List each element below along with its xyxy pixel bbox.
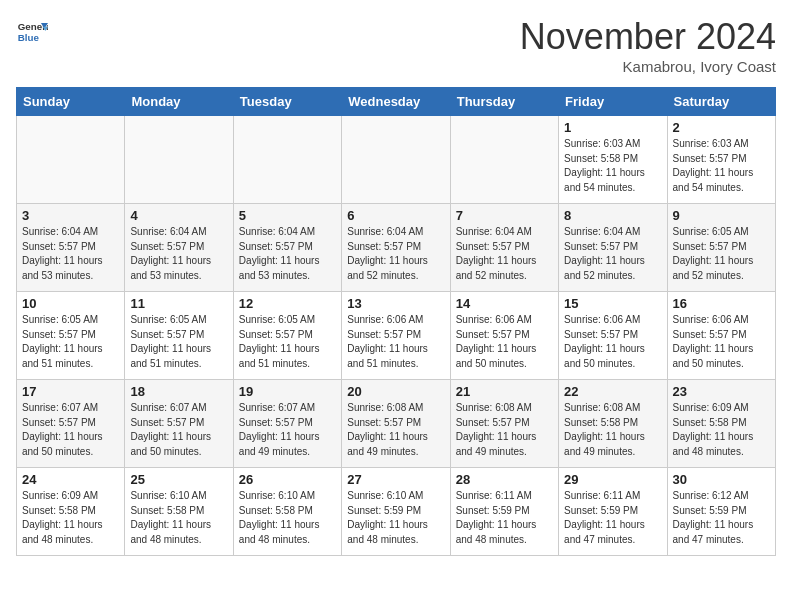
day-info: Sunrise: 6:05 AM Sunset: 5:57 PM Dayligh… (130, 313, 227, 371)
calendar-week-4: 17Sunrise: 6:07 AM Sunset: 5:57 PM Dayli… (17, 380, 776, 468)
day-number: 11 (130, 296, 227, 311)
day-number: 6 (347, 208, 444, 223)
weekday-header-sunday: Sunday (17, 88, 125, 116)
day-info: Sunrise: 6:08 AM Sunset: 5:57 PM Dayligh… (456, 401, 553, 459)
day-info: Sunrise: 6:08 AM Sunset: 5:57 PM Dayligh… (347, 401, 444, 459)
calendar-cell: 17Sunrise: 6:07 AM Sunset: 5:57 PM Dayli… (17, 380, 125, 468)
calendar-cell: 4Sunrise: 6:04 AM Sunset: 5:57 PM Daylig… (125, 204, 233, 292)
calendar-cell: 5Sunrise: 6:04 AM Sunset: 5:57 PM Daylig… (233, 204, 341, 292)
calendar-cell: 10Sunrise: 6:05 AM Sunset: 5:57 PM Dayli… (17, 292, 125, 380)
day-number: 13 (347, 296, 444, 311)
day-number: 9 (673, 208, 770, 223)
calendar-cell: 12Sunrise: 6:05 AM Sunset: 5:57 PM Dayli… (233, 292, 341, 380)
day-number: 29 (564, 472, 661, 487)
day-number: 4 (130, 208, 227, 223)
month-title: November 2024 (520, 16, 776, 58)
day-number: 25 (130, 472, 227, 487)
logo-icon: General Blue (16, 16, 48, 48)
day-number: 20 (347, 384, 444, 399)
day-info: Sunrise: 6:09 AM Sunset: 5:58 PM Dayligh… (673, 401, 770, 459)
day-number: 26 (239, 472, 336, 487)
calendar-cell: 8Sunrise: 6:04 AM Sunset: 5:57 PM Daylig… (559, 204, 667, 292)
day-number: 24 (22, 472, 119, 487)
calendar-cell: 28Sunrise: 6:11 AM Sunset: 5:59 PM Dayli… (450, 468, 558, 556)
day-number: 18 (130, 384, 227, 399)
calendar-cell: 3Sunrise: 6:04 AM Sunset: 5:57 PM Daylig… (17, 204, 125, 292)
day-number: 28 (456, 472, 553, 487)
calendar-week-5: 24Sunrise: 6:09 AM Sunset: 5:58 PM Dayli… (17, 468, 776, 556)
day-number: 30 (673, 472, 770, 487)
calendar-cell (17, 116, 125, 204)
title-block: November 2024 Kamabrou, Ivory Coast (520, 16, 776, 75)
day-info: Sunrise: 6:06 AM Sunset: 5:57 PM Dayligh… (456, 313, 553, 371)
day-info: Sunrise: 6:11 AM Sunset: 5:59 PM Dayligh… (456, 489, 553, 547)
calendar-week-3: 10Sunrise: 6:05 AM Sunset: 5:57 PM Dayli… (17, 292, 776, 380)
day-number: 5 (239, 208, 336, 223)
calendar-cell: 21Sunrise: 6:08 AM Sunset: 5:57 PM Dayli… (450, 380, 558, 468)
day-info: Sunrise: 6:05 AM Sunset: 5:57 PM Dayligh… (239, 313, 336, 371)
day-info: Sunrise: 6:05 AM Sunset: 5:57 PM Dayligh… (673, 225, 770, 283)
calendar-cell (125, 116, 233, 204)
calendar-cell: 9Sunrise: 6:05 AM Sunset: 5:57 PM Daylig… (667, 204, 775, 292)
calendar-table: SundayMondayTuesdayWednesdayThursdayFrid… (16, 87, 776, 556)
day-number: 19 (239, 384, 336, 399)
weekday-header-wednesday: Wednesday (342, 88, 450, 116)
day-number: 21 (456, 384, 553, 399)
calendar-cell (342, 116, 450, 204)
day-info: Sunrise: 6:04 AM Sunset: 5:57 PM Dayligh… (456, 225, 553, 283)
calendar-cell: 2Sunrise: 6:03 AM Sunset: 5:57 PM Daylig… (667, 116, 775, 204)
day-number: 3 (22, 208, 119, 223)
calendar-cell: 18Sunrise: 6:07 AM Sunset: 5:57 PM Dayli… (125, 380, 233, 468)
svg-text:Blue: Blue (18, 32, 40, 43)
day-number: 7 (456, 208, 553, 223)
calendar-cell: 11Sunrise: 6:05 AM Sunset: 5:57 PM Dayli… (125, 292, 233, 380)
day-info: Sunrise: 6:10 AM Sunset: 5:58 PM Dayligh… (239, 489, 336, 547)
day-info: Sunrise: 6:07 AM Sunset: 5:57 PM Dayligh… (239, 401, 336, 459)
day-number: 14 (456, 296, 553, 311)
calendar-cell: 26Sunrise: 6:10 AM Sunset: 5:58 PM Dayli… (233, 468, 341, 556)
day-info: Sunrise: 6:04 AM Sunset: 5:57 PM Dayligh… (22, 225, 119, 283)
calendar-cell: 19Sunrise: 6:07 AM Sunset: 5:57 PM Dayli… (233, 380, 341, 468)
calendar-cell: 24Sunrise: 6:09 AM Sunset: 5:58 PM Dayli… (17, 468, 125, 556)
calendar-cell: 29Sunrise: 6:11 AM Sunset: 5:59 PM Dayli… (559, 468, 667, 556)
day-number: 22 (564, 384, 661, 399)
day-number: 1 (564, 120, 661, 135)
weekday-header-friday: Friday (559, 88, 667, 116)
day-info: Sunrise: 6:06 AM Sunset: 5:57 PM Dayligh… (564, 313, 661, 371)
calendar-cell: 7Sunrise: 6:04 AM Sunset: 5:57 PM Daylig… (450, 204, 558, 292)
location: Kamabrou, Ivory Coast (520, 58, 776, 75)
calendar-cell: 30Sunrise: 6:12 AM Sunset: 5:59 PM Dayli… (667, 468, 775, 556)
weekday-header-row: SundayMondayTuesdayWednesdayThursdayFrid… (17, 88, 776, 116)
day-number: 27 (347, 472, 444, 487)
day-number: 12 (239, 296, 336, 311)
logo: General Blue (16, 16, 48, 48)
calendar-cell (450, 116, 558, 204)
day-number: 15 (564, 296, 661, 311)
day-info: Sunrise: 6:03 AM Sunset: 5:58 PM Dayligh… (564, 137, 661, 195)
day-info: Sunrise: 6:04 AM Sunset: 5:57 PM Dayligh… (347, 225, 444, 283)
weekday-header-tuesday: Tuesday (233, 88, 341, 116)
calendar-cell: 20Sunrise: 6:08 AM Sunset: 5:57 PM Dayli… (342, 380, 450, 468)
calendar-cell: 15Sunrise: 6:06 AM Sunset: 5:57 PM Dayli… (559, 292, 667, 380)
calendar-cell: 14Sunrise: 6:06 AM Sunset: 5:57 PM Dayli… (450, 292, 558, 380)
calendar-week-1: 1Sunrise: 6:03 AM Sunset: 5:58 PM Daylig… (17, 116, 776, 204)
calendar-cell: 16Sunrise: 6:06 AM Sunset: 5:57 PM Dayli… (667, 292, 775, 380)
page-header: General Blue November 2024 Kamabrou, Ivo… (16, 16, 776, 75)
day-info: Sunrise: 6:12 AM Sunset: 5:59 PM Dayligh… (673, 489, 770, 547)
day-info: Sunrise: 6:04 AM Sunset: 5:57 PM Dayligh… (239, 225, 336, 283)
calendar-cell (233, 116, 341, 204)
calendar-cell: 23Sunrise: 6:09 AM Sunset: 5:58 PM Dayli… (667, 380, 775, 468)
day-info: Sunrise: 6:04 AM Sunset: 5:57 PM Dayligh… (564, 225, 661, 283)
day-number: 17 (22, 384, 119, 399)
day-number: 23 (673, 384, 770, 399)
day-info: Sunrise: 6:10 AM Sunset: 5:59 PM Dayligh… (347, 489, 444, 547)
day-info: Sunrise: 6:06 AM Sunset: 5:57 PM Dayligh… (673, 313, 770, 371)
day-info: Sunrise: 6:07 AM Sunset: 5:57 PM Dayligh… (130, 401, 227, 459)
calendar-cell: 22Sunrise: 6:08 AM Sunset: 5:58 PM Dayli… (559, 380, 667, 468)
weekday-header-saturday: Saturday (667, 88, 775, 116)
day-info: Sunrise: 6:10 AM Sunset: 5:58 PM Dayligh… (130, 489, 227, 547)
day-info: Sunrise: 6:06 AM Sunset: 5:57 PM Dayligh… (347, 313, 444, 371)
day-number: 8 (564, 208, 661, 223)
weekday-header-monday: Monday (125, 88, 233, 116)
day-info: Sunrise: 6:03 AM Sunset: 5:57 PM Dayligh… (673, 137, 770, 195)
